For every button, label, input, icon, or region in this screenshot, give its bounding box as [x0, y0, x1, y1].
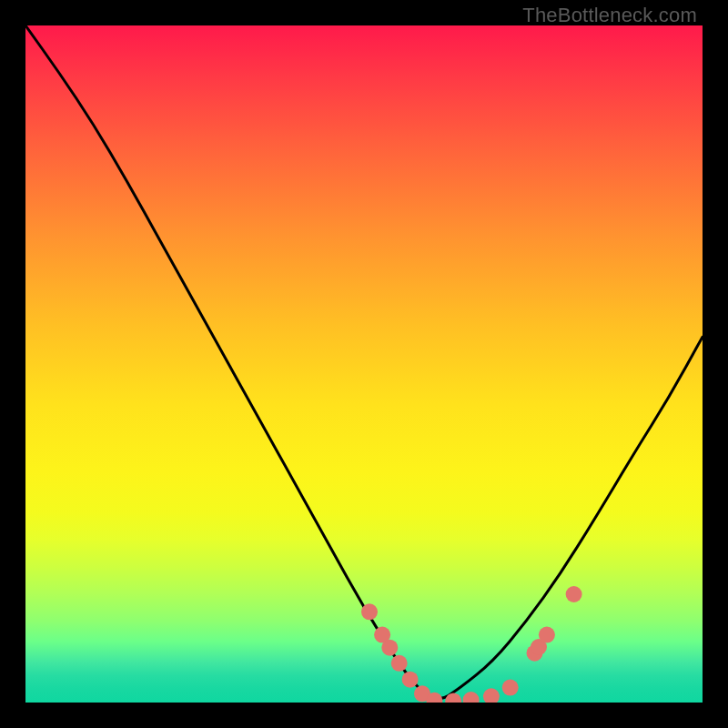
curve-line	[25, 25, 703, 699]
data-marker	[463, 692, 480, 703]
data-marker	[381, 640, 398, 656]
watermark-label: TheBottleneck.com	[522, 4, 697, 27]
plot-area	[25, 25, 703, 703]
data-marker	[483, 688, 500, 703]
data-marker	[566, 586, 582, 602]
data-marker	[402, 672, 419, 688]
data-marker	[502, 680, 519, 696]
chart-frame: TheBottleneck.com	[0, 0, 728, 728]
data-marker	[445, 693, 461, 703]
data-marker	[539, 627, 555, 643]
data-marker	[391, 655, 408, 672]
data-marker	[361, 603, 378, 620]
bottleneck-curve-chart	[25, 25, 703, 703]
